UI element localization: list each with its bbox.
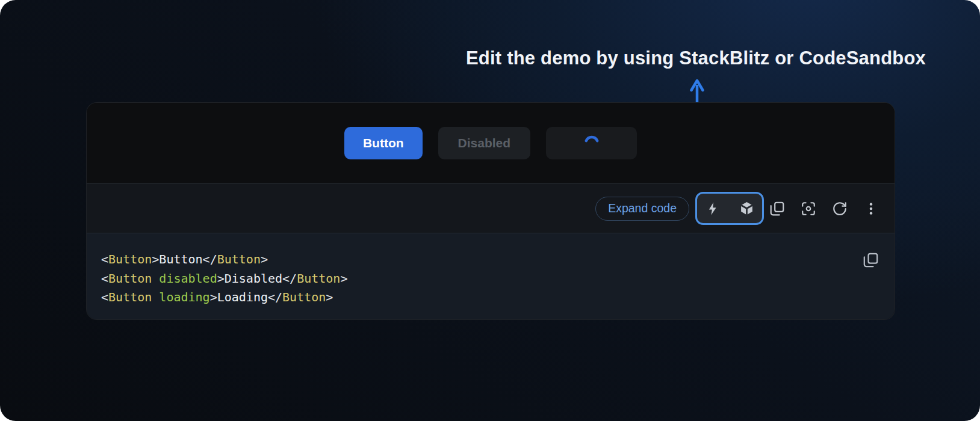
- code-token: </: [268, 290, 282, 304]
- code-token: <: [101, 290, 108, 304]
- loading-spinner-icon: [583, 134, 601, 152]
- code-area: <Button>Button</Button><Button disabled>…: [87, 233, 895, 320]
- more-options-button[interactable]: [863, 200, 879, 217]
- code-token: Button: [108, 252, 152, 266]
- code-token: Loading: [217, 290, 268, 304]
- focus-demo-button[interactable]: [800, 200, 817, 217]
- code-token: <: [101, 252, 108, 266]
- code-token: <: [101, 271, 108, 286]
- expand-code-button[interactable]: Expand code: [595, 197, 689, 221]
- codesandbox-cube-icon: [739, 201, 754, 216]
- focus-frame-icon: [801, 201, 816, 217]
- code-token: >: [217, 271, 225, 286]
- code-token: disabled: [152, 271, 217, 286]
- edit-demo-highlight-group: [695, 192, 764, 225]
- copy-demo-button[interactable]: [769, 200, 786, 217]
- copy-icon: [769, 201, 785, 217]
- annotation-title: Edit the demo by using StackBlitz or Cod…: [466, 48, 926, 69]
- code-token: >: [210, 290, 217, 304]
- code-token: Button: [159, 252, 202, 266]
- code-token: Button: [217, 252, 261, 266]
- code-block: <Button>Button</Button><Button disabled>…: [87, 233, 895, 320]
- demo-button-loading[interactable]: [546, 127, 637, 159]
- code-line: <Button>Button</Button>: [101, 250, 852, 269]
- copy-icon: [863, 252, 879, 268]
- code-token: >: [326, 290, 333, 304]
- refresh-icon: [832, 201, 848, 217]
- code-token: Button: [108, 271, 152, 286]
- codesandbox-button[interactable]: [739, 200, 755, 217]
- toolbar-icon-row: [769, 200, 879, 217]
- code-token: Button: [282, 290, 326, 304]
- copy-code-button[interactable]: [862, 251, 879, 268]
- code-token: Disabled: [225, 271, 282, 286]
- code-token: </: [282, 271, 297, 286]
- demo-button-disabled[interactable]: Disabled: [438, 127, 531, 159]
- code-token: loading: [152, 290, 209, 304]
- demo-toolbar: Expand code: [87, 183, 895, 233]
- code-line: <Button loading>Loading</Button>: [101, 288, 852, 307]
- demo-preview-area: Button Disabled: [87, 103, 895, 183]
- stackblitz-bolt-icon: [706, 201, 720, 216]
- code-token: >: [261, 252, 268, 266]
- stackblitz-button[interactable]: [704, 200, 721, 217]
- demo-panel: Button Disabled Expand code: [86, 102, 895, 320]
- screenshot-card: Edit the demo by using StackBlitz or Cod…: [0, 0, 980, 421]
- refresh-demo-button[interactable]: [831, 200, 848, 217]
- code-token: >: [340, 271, 347, 286]
- code-token: Button: [297, 271, 340, 286]
- code-token: Button: [108, 290, 152, 304]
- code-token: >: [152, 252, 159, 266]
- kebab-menu-icon: [863, 201, 879, 217]
- code-token: </: [203, 252, 217, 266]
- code-line: <Button disabled>Disabled</Button>: [101, 269, 852, 289]
- demo-button-primary[interactable]: Button: [344, 127, 423, 159]
